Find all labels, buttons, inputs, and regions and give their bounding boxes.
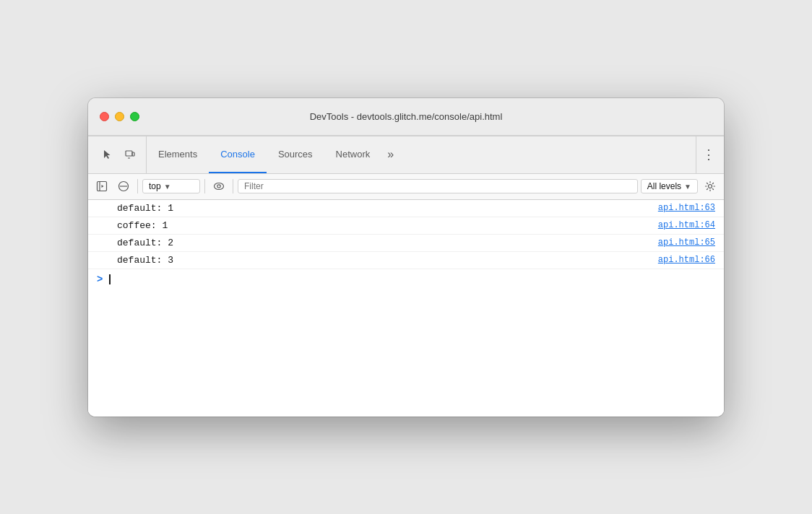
- device-toggle-icon[interactable]: [120, 144, 140, 165]
- console-source-link[interactable]: api.html:66: [658, 255, 715, 265]
- minimize-button[interactable]: [115, 112, 124, 121]
- console-input-row: >: [88, 269, 724, 289]
- tabbar-icons: [91, 136, 147, 173]
- console-toolbar: top ▼ All levels ▼: [88, 174, 724, 200]
- tabbar: Elements Console Sources Network » ⋮: [88, 136, 724, 174]
- traffic-lights: [100, 112, 139, 121]
- console-row: coffee: 1 api.html:64: [88, 217, 724, 235]
- cursor-icon[interactable]: [97, 144, 117, 165]
- console-source-link[interactable]: api.html:63: [658, 203, 715, 213]
- svg-rect-1: [132, 152, 134, 156]
- toolbar-divider-2: [204, 179, 205, 193]
- console-text: default: 1: [117, 203, 173, 214]
- console-row: default: 2 api.html:65: [88, 235, 724, 252]
- chevron-down-icon: ▼: [684, 183, 691, 191]
- devtools-panel: Elements Console Sources Network » ⋮: [88, 136, 724, 417]
- filter-input[interactable]: [238, 179, 638, 193]
- console-settings-button[interactable]: [701, 177, 720, 196]
- svg-point-10: [709, 185, 712, 188]
- chevron-down-icon: ▼: [164, 183, 171, 191]
- tab-network[interactable]: Network: [324, 136, 382, 173]
- tab-overflow-button[interactable]: »: [381, 136, 399, 173]
- titlebar: DevTools - devtools.glitch.me/console/ap…: [88, 98, 724, 136]
- context-selector[interactable]: top ▼: [142, 179, 200, 193]
- tabs-container: Elements Console Sources Network »: [147, 136, 696, 173]
- tab-sources[interactable]: Sources: [267, 136, 324, 173]
- console-row: default: 1 api.html:63: [88, 200, 724, 217]
- toolbar-divider-3: [233, 179, 233, 193]
- console-source-link[interactable]: api.html:64: [658, 220, 715, 230]
- console-text: coffee: 1: [117, 220, 168, 231]
- svg-rect-0: [126, 151, 132, 156]
- console-text: default: 2: [117, 238, 173, 248]
- tab-elements[interactable]: Elements: [147, 136, 209, 173]
- console-text: default: 3: [117, 255, 173, 266]
- svg-marker-5: [102, 185, 104, 188]
- window-title: DevTools - devtools.glitch.me/console/ap…: [310, 111, 503, 122]
- tabbar-more-button[interactable]: ⋮: [696, 136, 721, 173]
- log-levels-button[interactable]: All levels ▼: [641, 179, 698, 193]
- tab-console[interactable]: Console: [209, 136, 267, 173]
- console-source-link[interactable]: api.html:65: [658, 238, 715, 248]
- console-prompt-icon: >: [97, 274, 103, 285]
- console-cursor: [109, 274, 111, 284]
- devtools-window: DevTools - devtools.glitch.me/console/ap…: [88, 98, 724, 417]
- svg-point-9: [217, 185, 220, 188]
- clear-console-button[interactable]: [114, 177, 133, 196]
- console-output: default: 1 api.html:63 coffee: 1 api.htm…: [88, 200, 724, 417]
- maximize-button[interactable]: [130, 112, 139, 121]
- console-row: default: 3 api.html:66: [88, 252, 724, 269]
- live-expressions-button[interactable]: [210, 177, 228, 196]
- toolbar-divider: [137, 179, 138, 193]
- sidebar-toggle-button[interactable]: [92, 177, 111, 196]
- svg-point-8: [215, 183, 224, 190]
- close-button[interactable]: [100, 112, 109, 121]
